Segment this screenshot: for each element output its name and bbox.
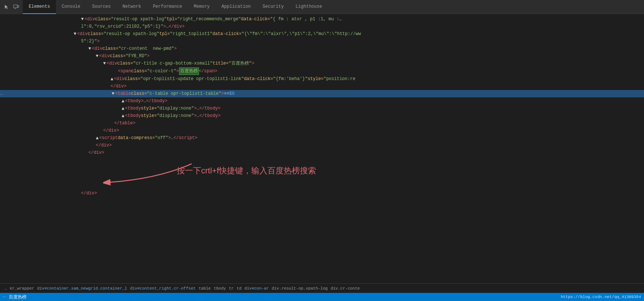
html-line-selected[interactable]: … ▼ <table class="c-table opr-toplist1-t… [0, 90, 644, 97]
expand-triangle[interactable]: ▼ [112, 90, 114, 97]
breadcrumb-item[interactable]: div#container.sam_newgrid.container_l [36, 286, 129, 291]
expand-triangle[interactable]: ▼ [96, 53, 98, 59]
status-arrow-icon: ← [3, 294, 7, 300]
elements-panel[interactable]: ▼ <div class="result-op xpath-log" tpl="… [0, 14, 644, 283]
breadcrumb-item[interactable]: … [3, 286, 8, 291]
expand-triangle[interactable]: ▼ [81, 16, 84, 23]
tab-lighthouse[interactable]: Lighthouse [290, 0, 328, 14]
status-left: ← 百度热榜 [3, 294, 27, 300]
html-line[interactable]: </div> [0, 142, 644, 149]
status-text: 百度热榜 [9, 294, 27, 300]
tab-performance[interactable]: Performance [147, 0, 188, 14]
tab-bar: Elements Console Sources Network Perform… [0, 0, 644, 14]
html-line[interactable]: ▶ <div class="opr-toplist1-update opr-to… [0, 75, 644, 83]
main-content: ▼ <div class="result-op xpath-log" tpl="… [0, 14, 644, 301]
breadcrumb-item[interactable]: div#con-ar [243, 286, 270, 291]
expand-triangle[interactable]: ▶ [120, 114, 126, 117]
breadcrumb-item[interactable]: tr [227, 286, 235, 291]
svg-rect-0 [14, 5, 17, 8]
tab-sources[interactable]: Sources [86, 0, 116, 14]
html-line[interactable]: ▶ <tbody style="display:none">…</tbody> [0, 105, 644, 112]
html-line[interactable]: l":0,"rsv_srcid":21102,"p5":1}">…</div> [0, 23, 644, 30]
breadcrumb-item[interactable]: td [235, 286, 243, 291]
html-line[interactable]: ▼ <div class="result-op xpath-log" tpl="… [0, 15, 644, 23]
breadcrumb-item[interactable]: div#content_right.cr-offset [129, 286, 197, 291]
expand-triangle[interactable]: ▼ [88, 45, 91, 52]
toolbar-icons [0, 0, 23, 14]
device-icon[interactable] [13, 3, 20, 11]
html-line[interactable]: ▶ <tbody style="display:none">…</tbody> [0, 112, 644, 120]
breadcrumb-item[interactable]: tbody [212, 286, 227, 291]
expand-triangle[interactable]: ▶ [120, 107, 126, 110]
selected-text: 百度热榜 [179, 68, 199, 75]
html-line[interactable]: ▶ <script data-compress="off">…</script> [0, 134, 644, 142]
html-line[interactable]: </div> [0, 127, 644, 134]
breadcrumb-bar: … er_wrapper div#container.sam_newgrid.c… [0, 283, 644, 293]
html-line[interactable]: </table> [0, 120, 644, 127]
breadcrumb-item[interactable]: er_wrapper [8, 286, 36, 291]
annotation-text: 按一下crtl+f快捷键，输入百度热榜搜索 [177, 167, 316, 174]
expand-triangle[interactable]: ▶ [120, 100, 126, 102]
breadcrumb-item[interactable]: div.result-op.xpath-log [270, 286, 329, 291]
html-line[interactable]: ▼ <div class="cr-title c-gap-bottom-xsma… [0, 60, 644, 67]
tab-network[interactable]: Network [116, 0, 147, 14]
annotation-area: 按一下crtl+f快捷键，输入百度热榜搜索 [0, 156, 644, 190]
html-line[interactable]: </div> [0, 83, 644, 90]
html-line[interactable]: ▼ <div class="cr-content new-pmd"> [0, 45, 644, 52]
expand-triangle[interactable]: ▼ [103, 60, 106, 67]
breadcrumb-item[interactable]: table [197, 286, 212, 291]
html-line[interactable]: ▼ <div class="FYB_RD"> [0, 52, 644, 60]
tab-security[interactable]: Security [257, 0, 290, 14]
html-line[interactable]: </div> [0, 190, 644, 197]
cursor-icon[interactable] [3, 3, 10, 11]
expand-triangle[interactable]: ▶ [94, 136, 101, 139]
annotation-arrow [103, 156, 195, 190]
html-line[interactable]: 5":2}"> [0, 38, 644, 45]
html-line[interactable]: ▼ <div class="result-op xpath-log" tpl="… [0, 30, 644, 38]
breadcrumb-item[interactable]: div.cr-conte [329, 286, 361, 291]
expand-triangle[interactable]: ▼ [74, 31, 76, 37]
tab-console[interactable]: Console [56, 0, 86, 14]
svg-rect-1 [17, 6, 19, 7]
html-line[interactable]: </div> [0, 149, 644, 156]
status-bar: ← 百度热榜 https://blog.csdn.net/qq_41389354 [0, 293, 644, 301]
status-url: https://blog.csdn.net/qq_41389354 [561, 294, 641, 300]
tab-elements[interactable]: Elements [23, 0, 56, 14]
html-line[interactable]: ▶ <tbody>…</tbody> [0, 97, 644, 105]
expand-triangle[interactable]: ▶ [109, 77, 115, 80]
tab-memory[interactable]: Memory [188, 0, 216, 14]
tab-application[interactable]: Application [216, 0, 256, 14]
html-line[interactable]: <span class="c-color-t">百度热榜</span> [0, 67, 644, 75]
